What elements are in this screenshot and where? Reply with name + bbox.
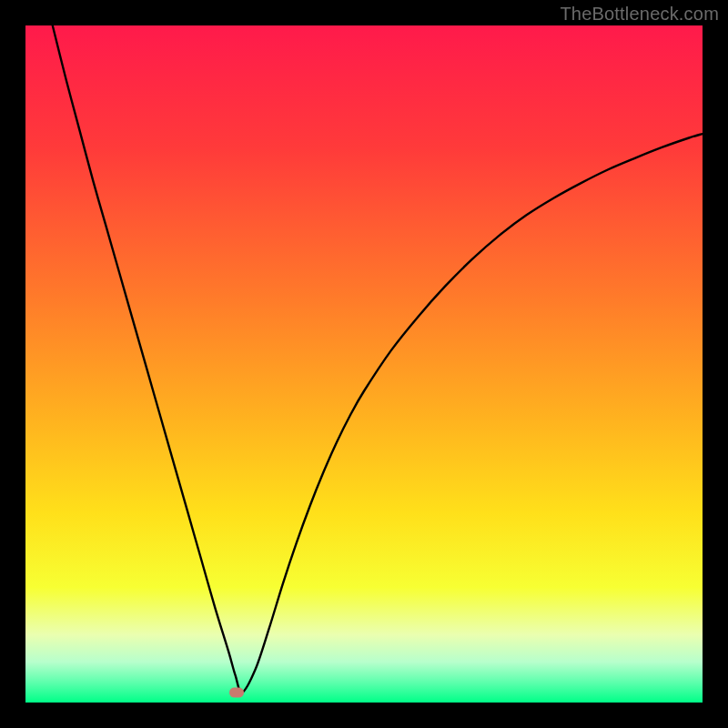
curve-layer [25, 25, 703, 703]
chart-frame: TheBottleneck.com [0, 0, 728, 728]
plot-area [25, 25, 703, 703]
bottleneck-curve [53, 25, 703, 693]
watermark-text: TheBottleneck.com [560, 4, 719, 25]
min-marker [229, 687, 244, 697]
